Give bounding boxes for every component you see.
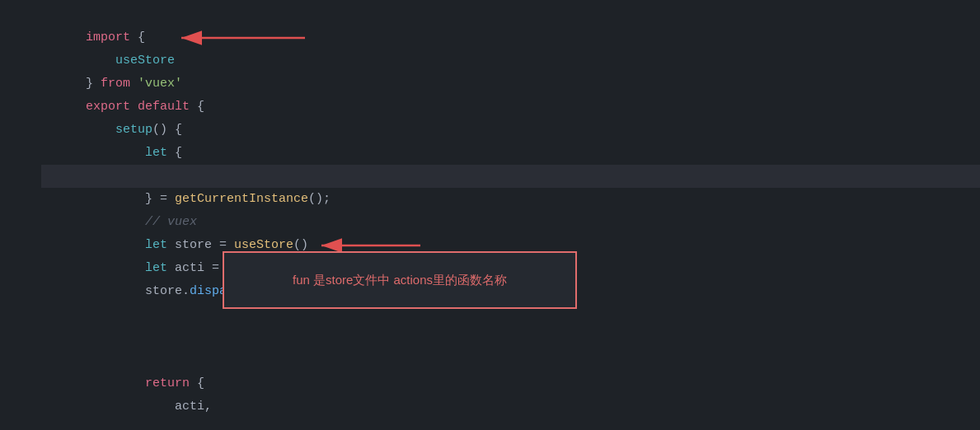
code-line: acti, xyxy=(41,372,980,395)
code-line: } from 'vuex' xyxy=(41,49,980,72)
code-line: useStore xyxy=(41,26,980,49)
code-line: setup() { xyxy=(41,96,980,119)
line-numbers xyxy=(0,0,31,430)
code-line: return { xyxy=(41,349,980,372)
tooltip-text: fun 是store文件中 actions里的函数名称 xyxy=(293,273,507,288)
code-line-highlighted: } = getCurrentInstance(); xyxy=(41,165,980,188)
code-content: import { useStore } from 'vuex' export d… xyxy=(31,0,980,395)
code-line: let store = useStore() xyxy=(41,211,980,234)
annotation-tooltip: fun 是store文件中 actions里的函数名称 xyxy=(223,251,577,309)
code-line xyxy=(41,326,980,349)
code-line: let { xyxy=(41,119,980,142)
code-line: import { xyxy=(41,3,980,26)
code-line: // vuex xyxy=(41,188,980,211)
code-line: export default { xyxy=(41,72,980,96)
code-editor: import { useStore } from 'vuex' export d… xyxy=(0,0,980,430)
code-line: proxy xyxy=(41,142,980,165)
